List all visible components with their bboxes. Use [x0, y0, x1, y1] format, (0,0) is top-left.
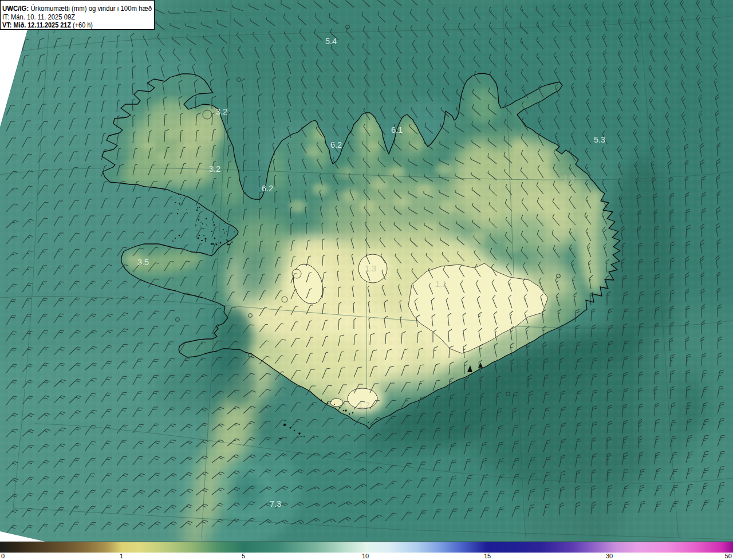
svg-text:7.3: 7.3 — [270, 499, 281, 508]
svg-text:0: 0 — [1, 553, 5, 559]
svg-text:1.3: 1.3 — [365, 264, 376, 273]
svg-text:30: 30 — [606, 553, 613, 559]
svg-text:3.5: 3.5 — [137, 258, 149, 267]
svg-text:10: 10 — [362, 553, 369, 559]
svg-text:1: 1 — [120, 553, 123, 559]
svg-text:UWC/IG: Úrkomumætti (mm) og vi: UWC/IG: Úrkomumætti (mm) og vindur i 100… — [2, 4, 152, 13]
svg-text:6.2: 6.2 — [330, 140, 342, 149]
svg-text:50: 50 — [725, 553, 732, 559]
svg-text:6.1: 6.1 — [391, 125, 403, 135]
svg-text:6.2: 6.2 — [262, 184, 273, 193]
svg-text:VT: Mið. 12.11.2025 21Z (+60 h: VT: Mið. 12.11.2025 21Z (+60 h) — [2, 21, 93, 29]
svg-text:3.2: 3.2 — [209, 164, 220, 173]
svg-text:IT: Mán. 10. 11. 2025 09Z: IT: Mán. 10. 11. 2025 09Z — [2, 13, 75, 21]
svg-text:1.2: 1.2 — [358, 400, 370, 409]
svg-text:1.5: 1.5 — [484, 352, 496, 361]
svg-text:5.4: 5.4 — [325, 37, 337, 46]
svg-text:1.9: 1.9 — [563, 173, 574, 183]
svg-text:5.3: 5.3 — [594, 135, 605, 144]
svg-text:5: 5 — [242, 553, 245, 559]
svg-text:3.2: 3.2 — [216, 107, 227, 116]
svg-text:15: 15 — [484, 553, 491, 559]
svg-text:1.1: 1.1 — [435, 279, 447, 289]
